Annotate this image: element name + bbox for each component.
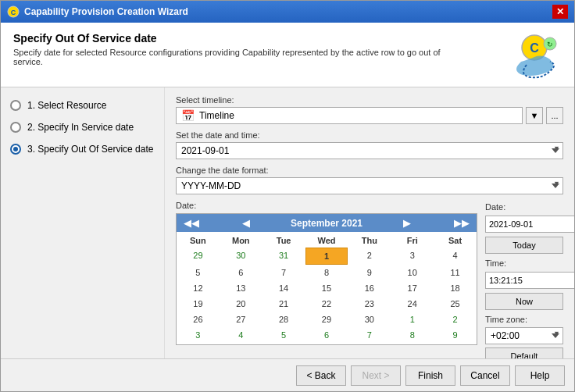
- cal-date-cell[interactable]: 2: [348, 248, 391, 265]
- cal-day-header: Sun: [177, 233, 220, 248]
- date-section-label: Date:: [176, 201, 477, 210]
- titlebar-left: C Capability Provision Creation Wizard: [7, 5, 188, 18]
- content: 1. Select Resource 2. Specify In Service…: [1, 87, 574, 358]
- cal-date-cell[interactable]: 24: [391, 296, 434, 312]
- cal-date-cell[interactable]: 29: [305, 312, 348, 327]
- cal-date-cell[interactable]: 5: [262, 327, 305, 343]
- timeline-dropdown-btn[interactable]: ▼: [526, 107, 543, 124]
- sidebar-item-step1[interactable]: 1. Select Resource: [10, 100, 155, 111]
- back-button[interactable]: < Back: [296, 365, 346, 386]
- cal-date-cell[interactable]: 25: [434, 296, 477, 312]
- time-spin-input[interactable]: [485, 272, 574, 289]
- cal-date-cell[interactable]: 30: [348, 312, 391, 327]
- rp-time-label: Time:: [485, 258, 563, 268]
- next-button[interactable]: Next >: [351, 365, 401, 386]
- sidebar-label-step3: 3. Specify Out Of Service date: [27, 144, 153, 155]
- header-section: Specify Out Of Service date Specify date…: [1, 23, 574, 87]
- cal-date-cell[interactable]: 3: [177, 327, 220, 343]
- help-button[interactable]: Help: [515, 365, 565, 386]
- cal-date-cell[interactable]: 2: [434, 312, 477, 327]
- cal-date-cell[interactable]: 12: [177, 280, 220, 296]
- cal-date-cell[interactable]: 9: [348, 265, 391, 280]
- cal-date-cell[interactable]: 11: [434, 265, 477, 280]
- date-spin-input[interactable]: [485, 216, 574, 233]
- cancel-button[interactable]: Cancel: [460, 365, 510, 386]
- format-select[interactable]: YYYY-MM-DD: [176, 177, 563, 194]
- cal-date-cell[interactable]: 16: [348, 280, 391, 296]
- cal-date-cell[interactable]: 14: [262, 280, 305, 296]
- wizard-icon: C: [7, 5, 20, 18]
- timeline-browse-btn[interactable]: ...: [546, 107, 563, 124]
- rp-timezone-label: Time zone:: [485, 315, 563, 324]
- cal-date-cell[interactable]: 30: [220, 248, 262, 265]
- cal-date-cell[interactable]: 1: [305, 248, 348, 265]
- radio-step1: [10, 100, 21, 111]
- cal-date-cell[interactable]: 3: [391, 248, 434, 265]
- cal-date-cell[interactable]: 6: [220, 265, 262, 280]
- tz-select[interactable]: +02:00: [485, 327, 563, 344]
- default-button[interactable]: Default: [485, 347, 563, 358]
- cal-date-cell[interactable]: 5: [177, 265, 220, 280]
- cal-date-cell[interactable]: 26: [177, 312, 220, 327]
- tz-select-wrapper: +02:00: [485, 327, 563, 344]
- datetime-label: Set the date and time:: [176, 130, 563, 140]
- svg-text:↻: ↻: [547, 41, 553, 48]
- format-select-wrapper: YYYY-MM-DD: [176, 177, 563, 194]
- now-button[interactable]: Now: [485, 293, 563, 310]
- format-label: Change the date format:: [176, 166, 563, 175]
- cal-prev-year[interactable]: ◀◀: [181, 217, 202, 229]
- cal-date-cell[interactable]: 28: [262, 312, 305, 327]
- calendar: ◀◀ ◀ September 2021 ▶ ▶▶ SunMonTueWedThu…: [176, 213, 477, 345]
- cal-date-cell[interactable]: 1: [391, 312, 434, 327]
- cal-date-cell[interactable]: 9: [434, 327, 477, 343]
- finish-button[interactable]: Finish: [405, 365, 455, 386]
- timeline-input[interactable]: 📅 Timeline: [176, 107, 523, 124]
- cal-next-year[interactable]: ▶▶: [452, 217, 472, 229]
- cal-date-cell[interactable]: 10: [391, 265, 434, 280]
- cal-date-cell[interactable]: 21: [262, 296, 305, 312]
- cal-date-cell[interactable]: 29: [177, 248, 220, 265]
- cal-date-cell[interactable]: 27: [220, 312, 262, 327]
- header-description: Specify date for selected Resource confi…: [13, 48, 466, 66]
- cal-date-cell[interactable]: 15: [305, 280, 348, 296]
- cal-day-header: Mon: [220, 233, 262, 248]
- cal-date-cell[interactable]: 18: [434, 280, 477, 296]
- cal-prev-month[interactable]: ◀: [240, 217, 252, 229]
- cal-date-cell[interactable]: 17: [391, 280, 434, 296]
- close-button[interactable]: ✕: [552, 5, 568, 19]
- date-select[interactable]: 2021-09-01: [176, 142, 563, 159]
- main-window: C Capability Provision Creation Wizard ✕…: [0, 0, 575, 392]
- timeline-row: 📅 Timeline ▼ ...: [176, 107, 563, 124]
- radio-step3: [10, 144, 21, 155]
- date-select-wrapper: 2021-09-01: [176, 142, 563, 159]
- calendar-header: ◀◀ ◀ September 2021 ▶ ▶▶: [177, 214, 477, 232]
- titlebar-title: Capability Provision Creation Wizard: [24, 6, 188, 17]
- date-spin-field: ▲ ▼: [485, 215, 563, 233]
- today-button[interactable]: Today: [485, 237, 563, 254]
- header-text: Specify Out Of Service date Specify date…: [13, 32, 466, 66]
- timeline-label: Select timeline:: [176, 95, 563, 105]
- cal-date-cell[interactable]: 6: [305, 327, 348, 343]
- sidebar-label-step2: 2. Specify In Service date: [27, 122, 134, 133]
- radio-step2: [10, 122, 21, 133]
- cal-date-cell[interactable]: 13: [220, 280, 262, 296]
- sidebar-item-step2[interactable]: 2. Specify In Service date: [10, 122, 155, 133]
- main-area: Select timeline: 📅 Timeline ▼ ... Set th…: [165, 87, 574, 358]
- header-icon: C ↻: [507, 32, 562, 79]
- cal-date-cell[interactable]: 20: [220, 296, 262, 312]
- cal-date-cell[interactable]: 7: [348, 327, 391, 343]
- timeline-icon: 📅: [181, 109, 195, 122]
- cal-date-cell[interactable]: 8: [391, 327, 434, 343]
- sidebar-item-step3[interactable]: 3. Specify Out Of Service date: [10, 144, 155, 155]
- cal-date-cell[interactable]: 31: [262, 248, 305, 265]
- cal-next-month[interactable]: ▶: [401, 217, 413, 229]
- titlebar: C Capability Provision Creation Wizard ✕: [1, 1, 574, 23]
- cal-date-cell[interactable]: 22: [305, 296, 348, 312]
- timeline-value: Timeline: [199, 110, 234, 121]
- cal-date-cell[interactable]: 8: [305, 265, 348, 280]
- cal-date-cell[interactable]: 19: [177, 296, 220, 312]
- cal-date-cell[interactable]: 23: [348, 296, 391, 312]
- cal-date-cell[interactable]: 4: [434, 248, 477, 265]
- cal-date-cell[interactable]: 7: [262, 265, 305, 280]
- cal-date-cell[interactable]: 4: [220, 327, 262, 343]
